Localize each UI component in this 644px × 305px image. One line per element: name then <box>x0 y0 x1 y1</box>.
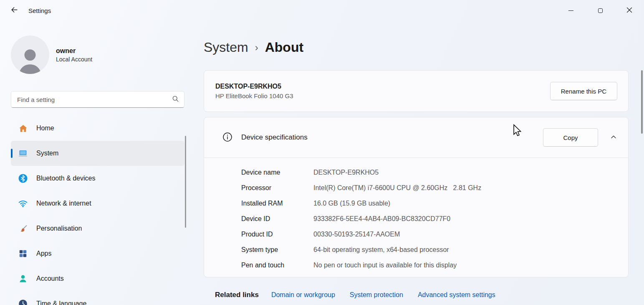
sidebar-item-label: Apps <box>36 250 51 257</box>
minimize-icon <box>568 10 573 11</box>
time-language-icon <box>18 299 28 305</box>
spec-value: 933382F6-5EE4-4AB4-AB09-BC8320CD77F0 <box>313 215 450 223</box>
spec-value: 16.0 GB (15.9 GB usable) <box>313 200 390 207</box>
search-icon <box>172 95 179 104</box>
sidebar-item-personalisation[interactable]: Personalisation <box>11 216 184 241</box>
spec-label: Device ID <box>241 215 313 223</box>
spec-label: System type <box>241 246 313 254</box>
device-name: DESKTOP-E9RKHO5 <box>215 83 293 90</box>
sidebar-item-system[interactable]: System <box>11 141 184 166</box>
spec-value: DESKTOP-E9RKHO5 <box>313 169 379 176</box>
spec-row: Product ID 00330-50193-25147-AAOEM <box>241 226 628 242</box>
avatar <box>11 36 49 74</box>
network-icon <box>18 198 28 208</box>
maximize-button[interactable] <box>586 0 615 21</box>
spec-row: System type 64-bit operating system, x64… <box>241 242 628 257</box>
close-icon <box>626 7 632 14</box>
titlebar: Settings <box>0 0 644 21</box>
sidebar-item-accounts[interactable]: Accounts <box>11 266 184 291</box>
related-links-section: Related links Domain or workgroup System… <box>204 291 629 299</box>
sidebar-item-label: Home <box>36 125 54 132</box>
sidebar-item-label: Bluetooth & devices <box>36 175 95 182</box>
sidebar-item-bluetooth-devices[interactable]: Bluetooth & devices <box>11 166 184 191</box>
sidebar-item-label: Network & internet <box>36 200 91 207</box>
selection-indicator <box>11 149 13 158</box>
user-account-type: Local Account <box>56 56 92 63</box>
device-specifications-header[interactable]: Device specifications Copy <box>204 117 628 158</box>
breadcrumb-chevron-icon: › <box>255 41 258 53</box>
spec-label: Processor <box>241 184 313 192</box>
device-specifications-title: Device specifications <box>241 133 308 142</box>
breadcrumb-system[interactable]: System <box>204 40 248 55</box>
sidebar-item-network-internet[interactable]: Network & internet <box>11 191 184 216</box>
sidebar-item-time-language[interactable]: Time & language <box>11 291 184 305</box>
device-model: HP EliteBook Folio 1040 G3 <box>215 92 293 99</box>
window-title: Settings <box>28 7 51 14</box>
user-name: owner <box>56 47 92 55</box>
related-links-title: Related links <box>215 291 259 299</box>
spec-row: Device name DESKTOP-E9RKHO5 <box>241 165 628 180</box>
spec-label: Pen and touch <box>241 262 313 269</box>
search-input[interactable] <box>17 96 172 103</box>
sidebar-nav: Home System Bluetooth & devices Net <box>11 116 184 305</box>
device-specifications-content: Device name DESKTOP-E9RKHO5 Processor In… <box>204 158 628 277</box>
spec-label: Product ID <box>241 231 313 238</box>
window-controls <box>556 0 644 21</box>
link-system-protection[interactable]: System protection <box>350 291 403 299</box>
spec-value: No pen or touch input is available for t… <box>313 262 457 269</box>
device-name-card: DESKTOP-E9RKHO5 HP EliteBook Folio 1040 … <box>204 70 629 112</box>
rename-pc-button[interactable]: Rename this PC <box>550 82 617 100</box>
spec-value: 64-bit operating system, x64-based proce… <box>313 246 449 254</box>
bluetooth-icon <box>18 173 28 183</box>
device-specifications-card: Device specifications Copy Device name D… <box>204 117 629 277</box>
collapse-expander-button[interactable] <box>609 133 618 142</box>
spec-value: 00330-50193-25147-AAOEM <box>313 231 400 238</box>
spec-row: Processor Intel(R) Core(TM) i7-6600U CPU… <box>241 180 628 196</box>
maximize-icon <box>598 8 603 13</box>
system-icon <box>18 148 28 158</box>
chevron-up-icon <box>610 134 617 142</box>
spec-row: Installed RAM 16.0 GB (15.9 GB usable) <box>241 196 628 211</box>
sidebar-scrollbar-thumb[interactable] <box>185 136 186 228</box>
link-advanced-system-settings[interactable]: Advanced system settings <box>418 291 495 299</box>
back-button[interactable] <box>6 3 23 18</box>
search-box <box>11 91 184 108</box>
sidebar-item-label: Personalisation <box>36 225 82 232</box>
spec-label: Installed RAM <box>241 200 313 207</box>
spec-value: Intel(R) Core(TM) i7-6600U CPU @ 2.60GHz… <box>313 184 481 192</box>
spec-row: Device ID 933382F6-5EE4-4AB4-AB09-BC8320… <box>241 211 628 226</box>
settings-window: { "colors": { "accent": "#0067c0", "link… <box>0 0 644 305</box>
main-content: System › About DESKTOP-E9RKHO5 HP EliteB… <box>192 21 644 305</box>
accounts-icon <box>18 274 28 284</box>
info-icon <box>222 132 233 144</box>
sidebar-item-label: Accounts <box>36 275 64 282</box>
sidebar-item-apps[interactable]: Apps <box>11 241 184 266</box>
window-scrollbar-thumb[interactable] <box>641 70 643 134</box>
sidebar-item-home[interactable]: Home <box>11 116 184 141</box>
home-icon <box>18 123 28 133</box>
copy-button[interactable]: Copy <box>543 128 598 147</box>
sidebar-item-label: System <box>36 150 58 157</box>
personalisation-icon <box>18 224 28 234</box>
page-title: About <box>265 40 303 55</box>
breadcrumb: System › About <box>204 38 629 57</box>
back-arrow-icon <box>11 6 18 15</box>
sidebar-item-label: Time & language <box>36 300 86 305</box>
close-button[interactable] <box>615 0 644 21</box>
minimize-button[interactable] <box>556 0 586 21</box>
spec-row: Pen and touch No pen or touch input is a… <box>241 257 628 273</box>
user-profile[interactable]: owner Local Account <box>11 36 184 74</box>
apps-icon <box>18 249 28 259</box>
spec-label: Device name <box>241 169 313 176</box>
link-domain-or-workgroup[interactable]: Domain or workgroup <box>271 291 335 299</box>
sidebar: owner Local Account Home Sys <box>0 21 192 305</box>
